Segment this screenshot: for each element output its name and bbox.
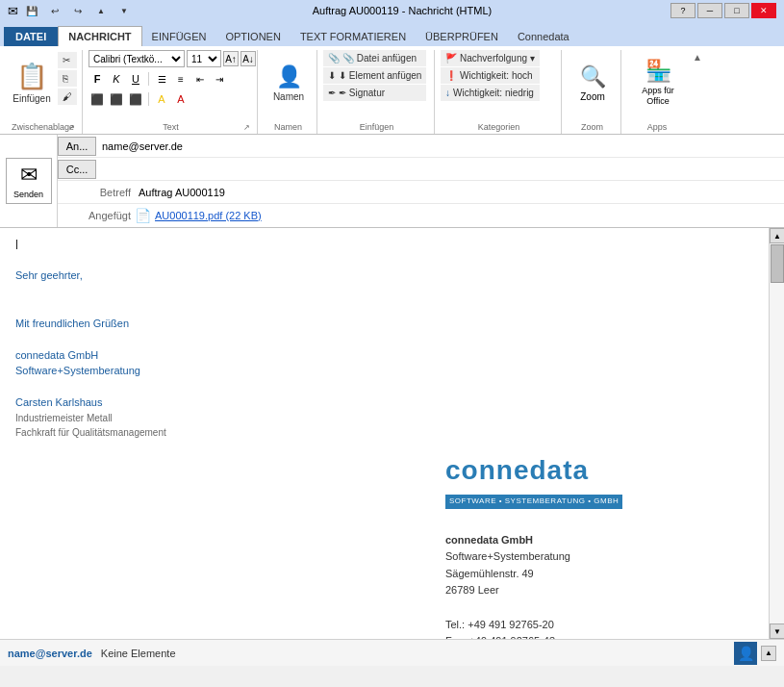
maximize-button[interactable]: □ — [724, 3, 749, 18]
fields-area: An... Cc... Betreff Angefügt 📄 AU000119.… — [58, 135, 784, 227]
zoom-group-label: Zoom — [564, 122, 620, 132]
indent-increase-button[interactable]: ⇥ — [211, 70, 228, 88]
indent-decrease-button[interactable]: ⇤ — [191, 70, 209, 88]
betreff-label: Betreff — [58, 185, 135, 200]
tab-ueberpruefen[interactable]: ÜBERPRÜFEN — [416, 27, 508, 46]
clipboard-small-btns: ✂ ⎘ 🖌 — [58, 52, 77, 105]
company-line1: connedata GmbH — [15, 347, 753, 364]
namen-button[interactable]: 👤 Namen — [264, 50, 314, 115]
farewell-text: Mit freundlichen Grüßen — [15, 316, 753, 332]
tab-connedata[interactable]: Connedata — [508, 27, 579, 46]
align-left-button[interactable]: ⬛ — [89, 90, 106, 108]
person-title1: Industriemeister Metall — [15, 411, 753, 425]
scrollbar: ▲ ▼ — [769, 228, 784, 639]
font-increase-button[interactable]: A↑ — [223, 51, 239, 66]
kategorien-label: Kategorien — [437, 122, 561, 132]
font-decrease-button[interactable]: A↓ — [240, 51, 256, 66]
tab-datei[interactable]: DATEI — [4, 27, 58, 46]
scissors-icon: ✂ — [63, 55, 70, 65]
signatur-button[interactable]: ✒ ✒ Signatur — [323, 85, 426, 101]
format-painter-button[interactable]: 🖌 — [58, 89, 77, 105]
an-field[interactable] — [98, 139, 784, 154]
arrow-down-icon[interactable]: ▼ — [114, 2, 134, 19]
font-row1: Calibri (Textkö... 11 A↑ A↓ — [89, 50, 256, 67]
close-button[interactable]: ✕ — [751, 3, 776, 18]
quick-save[interactable]: 💾 — [22, 2, 41, 19]
kopieren-button[interactable]: ⎘ — [58, 70, 77, 87]
an-button[interactable]: An... — [58, 137, 96, 156]
tab-einfuegen[interactable]: EINFÜGEN — [142, 27, 216, 46]
betreff-field[interactable] — [135, 185, 784, 200]
quick-redo[interactable]: ↪ — [68, 2, 88, 19]
einfuegen-icon: 📋 — [16, 62, 47, 91]
nachverfolgung-label: Nachverfolgung ▾ — [460, 53, 535, 64]
clipboard-content: 📋 Einfügen ✂ ⎘ 🖌 — [8, 50, 77, 122]
namen-group-label: Namen — [260, 122, 316, 132]
sig-company-name: connedata GmbH — [445, 532, 753, 549]
align-center-button[interactable]: ⬛ — [108, 90, 125, 108]
apps-office-icon: 🏪 — [645, 59, 671, 84]
cc-button[interactable]: Cc... — [58, 160, 96, 179]
scroll-track[interactable] — [770, 243, 784, 623]
font-name-select[interactable]: Calibri (Textkö... — [89, 50, 185, 67]
font-color-button[interactable]: A — [172, 90, 190, 108]
body-content[interactable]: | Sehr geehrter, Mit freundlichen Grüßen… — [0, 228, 769, 639]
senden-button[interactable]: ✉ Senden — [6, 158, 52, 204]
ribbon-collapse-button[interactable]: ▲ — [693, 52, 702, 63]
sig-fax: Fax: +49 491 92765-43 — [445, 633, 753, 639]
senden-label: Senden — [13, 190, 43, 199]
arrow-up-icon[interactable]: ▲ — [91, 2, 111, 19]
highlight-button[interactable]: A — [153, 90, 170, 108]
font-size-select[interactable]: 11 — [187, 50, 221, 67]
zoom-button[interactable]: 🔍 Zoom — [568, 50, 618, 115]
zoom-label: Zoom — [580, 91, 605, 102]
numbered-list-button[interactable]: ≡ — [172, 70, 190, 88]
tab-nachricht[interactable]: NACHRICHT — [58, 26, 141, 46]
window-title: Auftrag AU000119 - Nachricht (HTML) — [134, 5, 670, 16]
help-button[interactable]: ? — [670, 3, 695, 18]
ribbon-group-apps: 🏪 Apps für Office Apps — [623, 50, 691, 134]
pdf-icon: 📄 — [135, 208, 151, 223]
status-bar: name@server.de Keine Elemente 👤 ▲ — [0, 639, 784, 666]
tab-optionen[interactable]: OPTIONEN — [215, 27, 290, 46]
scroll-thumb[interactable] — [771, 244, 784, 283]
cc-field[interactable] — [98, 162, 784, 177]
scroll-up-button[interactable]: ▲ — [770, 228, 784, 243]
align-right-button[interactable]: ⬛ — [127, 90, 144, 108]
attachment-link[interactable]: AU000119.pdf (22 KB) — [155, 210, 262, 221]
minimize-button[interactable]: ─ — [697, 3, 722, 18]
italic-button[interactable]: K — [108, 70, 125, 88]
font-row3: ⬛ ⬛ ⬛ A A — [89, 90, 256, 108]
connedata-logo: connedata — [445, 449, 753, 493]
wichtigkeit-hoch-button[interactable]: ❗ Wichtigkeit: hoch — [441, 67, 540, 84]
signatur-icon: ✒ — [328, 88, 336, 98]
title-bar-left: ✉ 💾 ↩ ↪ ▲ ▼ — [8, 2, 134, 19]
ribbon-group-namen: 👤 Namen Namen — [260, 50, 317, 134]
einfuegen-label: Einfügen — [13, 93, 50, 104]
text-content: Calibri (Textkö... 11 A↑ A↓ F K U ☰ ≡ ⇤ … — [89, 50, 256, 122]
datei-anfuegen-button[interactable]: 📎 📎 Datei anfügen — [323, 50, 426, 66]
clipboard-buttons: 📋 Einfügen ✂ ⎘ 🖌 — [8, 50, 77, 115]
attachment-row: Angefügt 📄 AU000119.pdf (22 KB) — [58, 204, 784, 227]
element-anfuegen-button[interactable]: ⬇ ⬇ Element anfügen — [323, 67, 426, 84]
ribbon-tabs: DATEI NACHRICHT EINFÜGEN OPTIONEN TEXT F… — [0, 21, 784, 46]
sig-line2: Sägemühlenstr. 49 — [445, 566, 753, 583]
text-label: Text — [85, 122, 257, 132]
einfuegen-group-label: Einfügen — [319, 122, 434, 132]
tab-textformat[interactable]: TEXT FORMATIEREN — [291, 27, 416, 46]
status-scroll-up[interactable]: ▲ — [761, 646, 776, 661]
ausschneiden-button[interactable]: ✂ — [58, 52, 77, 68]
apps-office-button[interactable]: 🏪 Apps für Office — [627, 50, 689, 115]
wichtigkeit-niedrig-button[interactable]: ↓ Wichtigkeit: niedrig — [441, 85, 540, 101]
avatar: 👤 — [734, 642, 757, 665]
list-button[interactable]: ☰ — [153, 70, 170, 88]
send-icon: ✉ — [20, 163, 38, 188]
scroll-down-button[interactable]: ▼ — [770, 623, 784, 639]
nachverfolgung-button[interactable]: 🚩 Nachverfolgung ▾ — [441, 50, 540, 66]
underline-button[interactable]: U — [127, 70, 144, 88]
apps-office-label: Apps für Office — [642, 86, 674, 107]
quick-undo[interactable]: ↩ — [45, 2, 64, 19]
bold-button[interactable]: F — [89, 70, 106, 88]
header-rows: ✉ Senden An... Cc... Betreff — [0, 135, 784, 228]
einfuegen-button[interactable]: 📋 Einfügen — [8, 50, 56, 115]
